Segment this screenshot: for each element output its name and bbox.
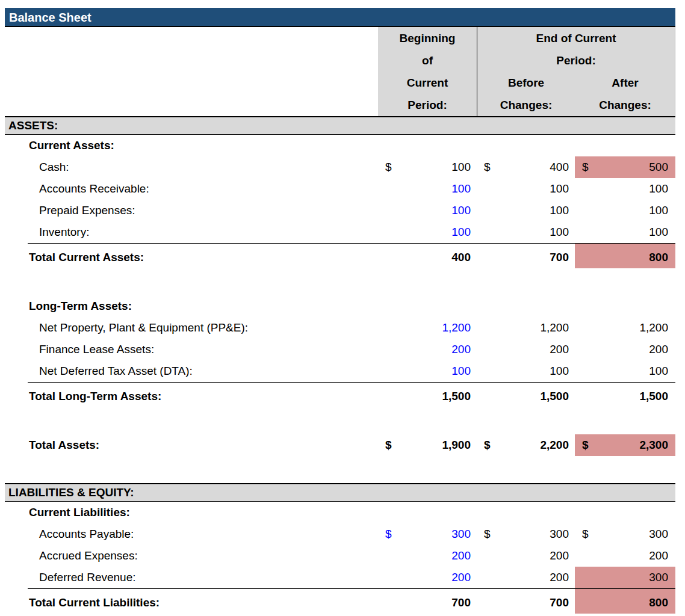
header-subcolumns: Before Changes: After Changes: xyxy=(477,72,675,116)
cell-aft xyxy=(575,135,675,156)
cell-aft: 200 xyxy=(575,545,675,567)
table-row: Current Assets: xyxy=(5,135,675,156)
cell-bef: $2,200 xyxy=(477,434,575,456)
cell-value: 100 xyxy=(550,221,575,243)
row-label: Accounts Receivable: xyxy=(5,178,378,200)
page-title: Balance Sheet xyxy=(9,11,91,24)
table-row: Accrued Expenses:200200200 xyxy=(5,545,675,567)
cell-value: 700 xyxy=(550,247,575,268)
column-headers: Beginning of Current Period: End of Curr… xyxy=(5,27,675,116)
cell-aft: $500 xyxy=(575,156,675,178)
row-label: Total Long-Term Assets: xyxy=(5,386,378,407)
cell-value: 100 xyxy=(451,200,477,221)
cell-value: 800 xyxy=(649,247,675,268)
sum-rule-line xyxy=(28,588,378,589)
row-label: Prepaid Expenses: xyxy=(5,200,378,221)
cell-beg: 100 xyxy=(378,200,477,221)
dollar-sign: $ xyxy=(477,156,491,178)
row-label: Cash: xyxy=(5,156,378,178)
cell-value: 100 xyxy=(550,200,575,221)
row-label: Net Deferred Tax Asset (DTA): xyxy=(5,360,378,382)
cell-bef xyxy=(477,135,575,156)
cell-beg: 700 xyxy=(378,592,477,614)
table-row: Total Current Assets:400700800 xyxy=(5,247,675,268)
cell-value: 200 xyxy=(550,545,575,567)
header-line: Period: xyxy=(378,94,477,116)
header-line: End of Current xyxy=(477,27,675,49)
cell-bef xyxy=(477,295,575,317)
col-header-after-changes: After Changes: xyxy=(575,72,675,116)
cell-beg xyxy=(378,502,477,523)
cell-value: 100 xyxy=(451,360,477,382)
cell-bef: 100 xyxy=(477,178,575,200)
cell-beg: 1,200 xyxy=(378,317,477,339)
cell-aft: 1,500 xyxy=(575,386,675,407)
cell-value: 1,500 xyxy=(442,386,477,407)
dollar-sign: $ xyxy=(575,156,589,178)
cell-beg: 100 xyxy=(378,221,477,243)
header-line: Current xyxy=(378,72,477,94)
header-line: of xyxy=(378,49,477,72)
table-row: Current Liabilities: xyxy=(5,502,675,523)
cell-value: 200 xyxy=(451,339,477,360)
cell-value: 400 xyxy=(550,156,575,178)
cell-value: 100 xyxy=(649,360,675,382)
row-label: Accrued Expenses: xyxy=(5,545,378,567)
cell-value: 100 xyxy=(550,178,575,200)
cell-aft: 100 xyxy=(575,221,675,243)
cell-value: 300 xyxy=(451,523,477,545)
row-label: Deferred Revenue: xyxy=(5,567,378,588)
table-row: Net Deferred Tax Asset (DTA):100100100 xyxy=(5,360,675,382)
cell-value: 700 xyxy=(550,592,575,614)
cell-value: 200 xyxy=(649,339,675,360)
cell-value: 100 xyxy=(649,178,675,200)
cell-bef: 100 xyxy=(477,221,575,243)
cell-value: 300 xyxy=(649,567,675,588)
cell-aft: 800 xyxy=(575,592,675,614)
cell-value: 100 xyxy=(649,200,675,221)
section-label: ASSETS: xyxy=(8,117,675,134)
cell-beg: 100 xyxy=(378,360,477,382)
header-line: After xyxy=(575,72,675,94)
cell-aft: 100 xyxy=(575,200,675,221)
cell-bef: 200 xyxy=(477,567,575,588)
col-header-beginning-of-current-period: Beginning of Current Period: xyxy=(378,27,477,116)
cell-value: 400 xyxy=(451,247,477,268)
cell-value: 200 xyxy=(649,545,675,567)
cell-beg: $300 xyxy=(378,523,477,545)
cell-value: 1,900 xyxy=(442,434,477,456)
cell-bef: $300 xyxy=(477,523,575,545)
cell-aft: 200 xyxy=(575,339,675,360)
rows: ASSETS:Current Assets:Cash:$100$400$500A… xyxy=(5,116,675,614)
dollar-sign: $ xyxy=(477,434,491,456)
cell-beg: 200 xyxy=(378,339,477,360)
cell-bef: 1,200 xyxy=(477,317,575,339)
cell-bef: 700 xyxy=(477,592,575,614)
balance-sheet: Balance Sheet Beginning of Current Perio… xyxy=(5,8,675,614)
cell-aft xyxy=(575,295,675,317)
cell-value: 100 xyxy=(550,360,575,382)
spacer-row xyxy=(5,268,675,295)
dollar-sign: $ xyxy=(378,156,392,178)
cell-value: 500 xyxy=(649,156,675,178)
cell-beg: $1,900 xyxy=(378,434,477,456)
header-line: Changes: xyxy=(575,94,675,116)
cell-beg: 200 xyxy=(378,567,477,588)
cell-bef: 100 xyxy=(477,200,575,221)
cell-bef: 700 xyxy=(477,247,575,268)
cell-value: 1,500 xyxy=(639,386,675,407)
cell-bef: 200 xyxy=(477,545,575,567)
cell-beg: 200 xyxy=(378,545,477,567)
cell-value: 800 xyxy=(649,592,675,614)
row-label: Total Current Liabilities: xyxy=(5,592,378,614)
table-row: Accounts Payable:$300$300$300 xyxy=(5,523,675,545)
dollar-sign: $ xyxy=(575,434,589,456)
table-row: Prepaid Expenses:100100100 xyxy=(5,200,675,221)
cell-value: 1,200 xyxy=(540,317,575,339)
cell-beg xyxy=(378,135,477,156)
cell-aft: 800 xyxy=(575,247,675,268)
cell-beg xyxy=(378,295,477,317)
cell-value: 700 xyxy=(451,592,477,614)
cell-value: 100 xyxy=(451,156,477,178)
cell-beg: 400 xyxy=(378,247,477,268)
